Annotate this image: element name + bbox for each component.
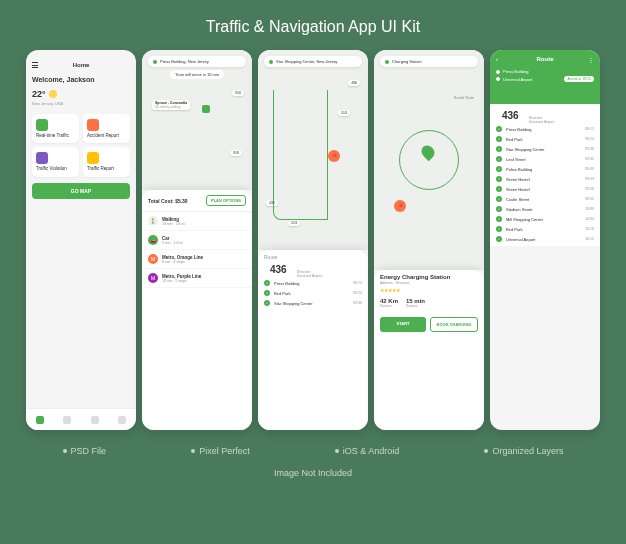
more-icon[interactable]: ⋮ [588,56,594,63]
stop-dot-icon [496,126,502,132]
stop-row[interactable]: Leaf Street09:35 [490,154,600,164]
weather: 22° [26,87,136,101]
route-number: 436 [264,264,293,275]
stop-row[interactable]: Stadium Street10:00 [490,204,600,214]
tile-accident-report[interactable]: Accident Report [83,114,130,143]
route-direction: Direction Universal Airport [529,116,555,124]
route-path [273,90,328,220]
route-direction: Direction Universal Airport [297,270,323,278]
stop-row[interactable]: Bird Park09:24 [490,134,600,144]
screen-plan: Press Building, New Jersey Train will ar… [142,50,252,430]
nav-profile-icon[interactable] [118,416,126,424]
traffic-icon [36,119,48,131]
route-number: 436 [496,110,525,121]
feature-list: PSD File Pixel Perfect iOS & Android Org… [0,430,626,464]
stop-dot-icon [496,206,502,212]
pin-icon [269,60,273,64]
tile-traffic-report[interactable]: Traffic Report [83,147,130,176]
stop-dot-icon [264,300,270,306]
stop-row[interactable]: Press Building09:15 [490,124,600,134]
feature-item: Organized Layers [484,446,563,456]
route-sheet: Route 436 Direction Universal Airport Pr… [258,250,368,430]
plan-sheet: Total Cost: $5.30 PLAN OPTIONS 🚶Walking1… [142,190,252,430]
screen-charging: Charging Station South Gate 📍 Energy Cha… [374,50,484,430]
map[interactable]: Star Shopping Center, New Jersey 436 513… [258,50,368,250]
stop-list: 436 Direction Universal Airport Press Bu… [490,104,600,246]
kit-title: Traffic & Navigation App UI Kit [0,0,626,50]
search-input[interactable]: Charging Station [380,56,478,67]
location-marker-icon: 📍 [328,150,340,162]
plan-options-button[interactable]: PLAN OPTIONS [206,195,246,206]
search-input[interactable]: Press Building, New Jersey [148,56,246,67]
map[interactable]: Charging Station South Gate 📍 [374,50,484,270]
bus-marker[interactable]: 916 [230,150,242,156]
nav-home-icon[interactable] [36,416,44,424]
metro-icon: M [148,254,158,264]
tile-traffic-violation[interactable]: Traffic Violation [32,147,79,176]
menu-icon[interactable] [32,62,38,68]
start-button[interactable]: START [380,317,426,332]
feature-item: PSD File [63,446,107,456]
car-icon: 🚗 [148,235,158,245]
stop-dot-icon [496,216,502,222]
bottom-nav [26,408,136,430]
nav-map-icon[interactable] [63,416,71,424]
dot-icon [496,77,500,81]
stop-row[interactable]: Star Shopping Center09:30 [258,298,368,308]
route-header: ‹ Route ⋮ Press Building Universal Airpo… [490,50,600,104]
station-title: Energy Charging Station [374,270,484,281]
stop-dot-icon [496,156,502,162]
stop-row[interactable]: Castle Street09:55 [490,194,600,204]
stop-dot-icon [496,176,502,182]
walk-icon: 🚶 [148,216,158,226]
go-map-button[interactable]: GO MAP [32,183,130,199]
stop-row[interactable]: Universal Airport10:15 [490,234,600,244]
stop-row[interactable]: Bird Park09:24 [258,288,368,298]
option-metro-orange[interactable]: MMetro, Orange Line8 min · 4 stops [142,250,252,269]
stop-row[interactable]: Star Shopping Center09:30 [490,144,600,154]
stop-row[interactable]: Green Hostel09:50 [490,184,600,194]
stop-dot-icon [496,236,502,242]
violation-icon [36,152,48,164]
map-area-label: South Gate [454,95,474,100]
bus-marker[interactable]: 513 [288,220,300,226]
option-metro-purple[interactable]: MMetro, Purple Line10 min · 5 stops [142,269,252,288]
accident-icon [87,119,99,131]
option-car[interactable]: 🚗Car5 min · 1.8 mi [142,231,252,250]
home-title: Home [73,62,90,68]
map[interactable]: Press Building, New Jersey Train will ar… [142,50,252,190]
book-charging-button[interactable]: BOOK CHARGING [430,317,478,332]
stop-row[interactable]: Mill Shopping Center10:05 [490,214,600,224]
phone-row: Home Welcome, Jackson 22° New Jersey, US… [0,50,626,430]
bus-marker[interactable]: 513 [338,110,350,116]
report-icon [87,152,99,164]
stop-dot-icon [496,166,502,172]
location-text: New Jersey, USA [26,101,136,110]
footer-note: Image Not Included [0,464,626,482]
option-walking[interactable]: 🚶Walking10 min · 1.8 mi [142,212,252,231]
pin-icon [385,60,389,64]
metro-icon: M [148,273,158,283]
tile-realtime-traffic[interactable]: Real-time Traffic [32,114,79,143]
pin-icon [153,60,157,64]
bus-marker[interactable]: 436 [348,80,360,86]
arrival-badge: Arrival at 10:15 [564,76,594,82]
from-stop: Press Building [496,68,594,75]
bus-marker[interactable]: 916 [232,90,244,96]
nav-alert-icon[interactable] [91,416,99,424]
eta-badge: Train will arrive in 10 min [170,70,224,79]
location-marker-icon: 📍 [394,200,406,212]
screen-home: Home Welcome, Jackson 22° New Jersey, US… [26,50,136,430]
map-poi-spruce[interactable]: Spruce - Concordia 0.5 mile by walking [152,100,190,110]
stat-duration: 15 minDuration [406,298,425,308]
stat-distance: 42 KmDistance [380,298,398,308]
temperature: 22° [32,89,46,99]
stop-row[interactable]: Press Building09:15 [258,278,368,288]
stop-row[interactable]: Green Hostel09:43 [490,174,600,184]
stop-dot-icon [264,280,270,286]
search-input[interactable]: Star Shopping Center, New Jersey [264,56,362,67]
back-icon[interactable]: ‹ [496,56,498,62]
stop-row[interactable]: Bird Park10:10 [490,224,600,234]
route-header-title: Route [496,56,594,62]
stop-row[interactable]: Police Building09:39 [490,164,600,174]
